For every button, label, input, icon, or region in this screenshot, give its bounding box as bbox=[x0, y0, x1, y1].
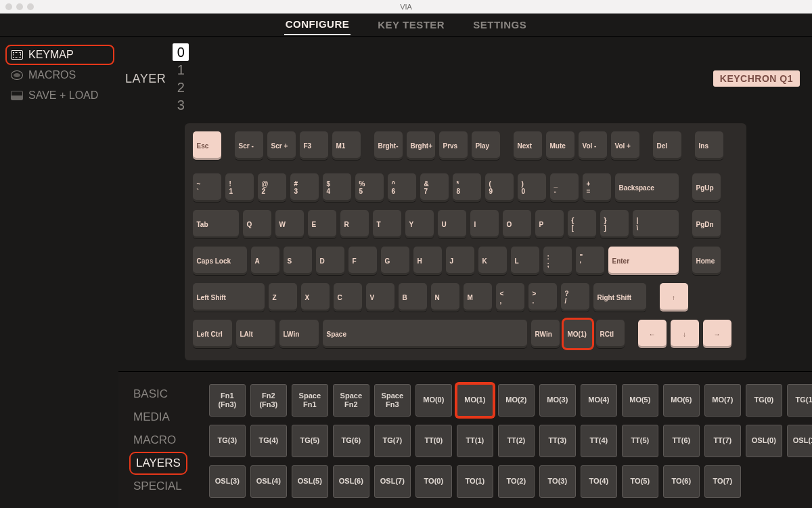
key-ins[interactable]: Ins bbox=[695, 131, 723, 160]
key-tab[interactable]: Tab bbox=[193, 210, 239, 238]
key-r3k11[interactable]: "' bbox=[576, 247, 604, 275]
keycode-tg-3[interactable]: TG(3) bbox=[209, 425, 246, 457]
key-r1k1[interactable]: !1 bbox=[225, 173, 254, 202]
keycode-mo-4[interactable]: MO(4) bbox=[581, 384, 617, 417]
key-h[interactable]: H bbox=[413, 247, 442, 275]
keycode-mo-6[interactable]: MO(6) bbox=[663, 384, 700, 417]
key-r2k12[interactable]: }] bbox=[600, 210, 629, 238]
key-s[interactable]: S bbox=[284, 247, 312, 275]
key-f3[interactable]: F3 bbox=[300, 131, 328, 160]
key-k[interactable]: K bbox=[478, 247, 507, 275]
keycode-mo-2[interactable]: MO(2) bbox=[498, 384, 535, 417]
keycode-category-basic[interactable]: BASIC bbox=[129, 383, 172, 406]
layer-tab-3[interactable]: 3 bbox=[173, 96, 189, 114]
key-r1k7[interactable]: &7 bbox=[420, 173, 449, 202]
key-r1k4[interactable]: $4 bbox=[323, 173, 351, 202]
keycode-category-macro[interactable]: MACRO bbox=[129, 429, 180, 452]
keycode-mo-1[interactable]: MO(1) bbox=[457, 384, 493, 417]
key-r2k13[interactable]: |\ bbox=[633, 210, 679, 238]
key-r5k8[interactable]: ← bbox=[638, 320, 667, 348]
layer-tab-0[interactable]: 0 bbox=[173, 43, 189, 61]
key-e[interactable]: E bbox=[308, 210, 336, 238]
key-r4k10[interactable]: ?/ bbox=[561, 283, 589, 312]
key-r4k8[interactable]: <, bbox=[496, 283, 524, 312]
keycode-space[interactable]: SpaceFn3 bbox=[374, 384, 411, 417]
keycode-fn1[interactable]: Fn1(Fn3) bbox=[209, 384, 246, 417]
key-o[interactable]: O bbox=[503, 210, 531, 238]
keycode-mo-3[interactable]: MO(3) bbox=[539, 384, 576, 417]
keycode-osl-4[interactable]: OSL(4) bbox=[250, 465, 287, 498]
key-i[interactable]: I bbox=[470, 210, 499, 238]
keycode-to-1[interactable]: TO(1) bbox=[457, 465, 493, 498]
keycode-to-2[interactable]: TO(2) bbox=[498, 465, 535, 498]
keycode-tt-7[interactable]: TT(7) bbox=[704, 425, 741, 457]
keycode-category-media[interactable]: MEDIA bbox=[129, 406, 174, 429]
keycode-to-3[interactable]: TO(3) bbox=[539, 465, 576, 498]
key-pgup[interactable]: PgUp bbox=[692, 173, 721, 202]
key-m[interactable]: M bbox=[464, 283, 492, 312]
keycode-category-special[interactable]: SPECIAL bbox=[129, 475, 186, 498]
keycode-to-7[interactable]: TO(7) bbox=[704, 465, 741, 498]
key-f[interactable]: F bbox=[348, 247, 377, 275]
key-r1k10[interactable]: )0 bbox=[518, 173, 546, 202]
keycode-osl-7[interactable]: OSL(7) bbox=[374, 465, 411, 498]
keycode-tt-3[interactable]: TT(3) bbox=[539, 425, 576, 457]
key-r1k3[interactable]: #3 bbox=[290, 173, 319, 202]
keycode-mo-5[interactable]: MO(5) bbox=[622, 384, 658, 417]
keycode-to-4[interactable]: TO(4) bbox=[581, 465, 617, 498]
keycode-to-6[interactable]: TO(6) bbox=[663, 465, 700, 498]
key-space[interactable]: Space bbox=[323, 320, 527, 348]
key-r2k11[interactable]: {[ bbox=[568, 210, 596, 238]
sidebar-item-keymap[interactable]: KEYMAP bbox=[5, 45, 114, 65]
key-r1k6[interactable]: ^6 bbox=[388, 173, 416, 202]
key-b[interactable]: B bbox=[399, 283, 427, 312]
key-n[interactable]: N bbox=[431, 283, 459, 312]
key-q[interactable]: Q bbox=[243, 210, 271, 238]
key-backspace[interactable]: Backspace bbox=[615, 173, 679, 202]
keycode-space[interactable]: SpaceFn2 bbox=[333, 384, 369, 417]
key-home[interactable]: Home bbox=[692, 247, 721, 275]
key-r1k11[interactable]: _- bbox=[550, 173, 579, 202]
key-caps-lock[interactable]: Caps Lock bbox=[193, 247, 247, 275]
key-r1k8[interactable]: *8 bbox=[453, 173, 481, 202]
key-r4k13[interactable]: ↑ bbox=[660, 283, 688, 312]
key-x[interactable]: X bbox=[301, 283, 330, 312]
key-scr[interactable]: Scr + bbox=[267, 131, 296, 160]
key-r5k10[interactable]: → bbox=[703, 320, 731, 348]
keycode-tg-1[interactable]: TG(1) bbox=[787, 384, 812, 417]
layer-tab-2[interactable]: 2 bbox=[173, 79, 189, 96]
key-g[interactable]: G bbox=[381, 247, 409, 275]
key-r1k12[interactable]: += bbox=[583, 173, 611, 202]
key-esc[interactable]: Esc bbox=[193, 131, 221, 160]
key-z[interactable]: Z bbox=[269, 283, 297, 312]
key-scr[interactable]: Scr - bbox=[235, 131, 263, 160]
key-enter[interactable]: Enter bbox=[608, 247, 679, 275]
keycode-category-layers[interactable]: LAYERS bbox=[129, 452, 187, 475]
key-r1k2[interactable]: @2 bbox=[258, 173, 286, 202]
keycode-osl-6[interactable]: OSL(6) bbox=[333, 465, 369, 498]
key-brght[interactable]: Brght- bbox=[374, 131, 403, 160]
key-p[interactable]: P bbox=[535, 210, 564, 238]
key-j[interactable]: J bbox=[446, 247, 474, 275]
key-right-shift[interactable]: Right Shift bbox=[593, 283, 646, 312]
key-r1k5[interactable]: %5 bbox=[355, 173, 384, 202]
key-mo-1[interactable]: MO(1) bbox=[564, 320, 592, 348]
key-prvs[interactable]: Prvs bbox=[439, 131, 468, 160]
key-lalt[interactable]: LAlt bbox=[236, 320, 275, 348]
key-rwin[interactable]: RWin bbox=[531, 320, 560, 348]
keycode-to-5[interactable]: TO(5) bbox=[622, 465, 658, 498]
keycode-tt-0[interactable]: TT(0) bbox=[415, 425, 452, 457]
key-vol[interactable]: Vol + bbox=[611, 131, 639, 160]
key-t[interactable]: T bbox=[373, 210, 401, 238]
layer-tab-1[interactable]: 1 bbox=[173, 61, 189, 79]
keycode-fn2[interactable]: Fn2(Fn3) bbox=[250, 384, 287, 417]
keycode-tt-6[interactable]: TT(6) bbox=[663, 425, 700, 457]
key-next[interactable]: Next bbox=[514, 131, 542, 160]
key-c[interactable]: C bbox=[334, 283, 362, 312]
key-pgdn[interactable]: PgDn bbox=[692, 210, 721, 238]
key-l[interactable]: L bbox=[511, 247, 539, 275]
key-m1[interactable]: M1 bbox=[332, 131, 361, 160]
topnav-item-configure[interactable]: CONFIGURE bbox=[284, 14, 351, 35]
key-v[interactable]: V bbox=[366, 283, 394, 312]
key-r1k9[interactable]: (9 bbox=[485, 173, 514, 202]
